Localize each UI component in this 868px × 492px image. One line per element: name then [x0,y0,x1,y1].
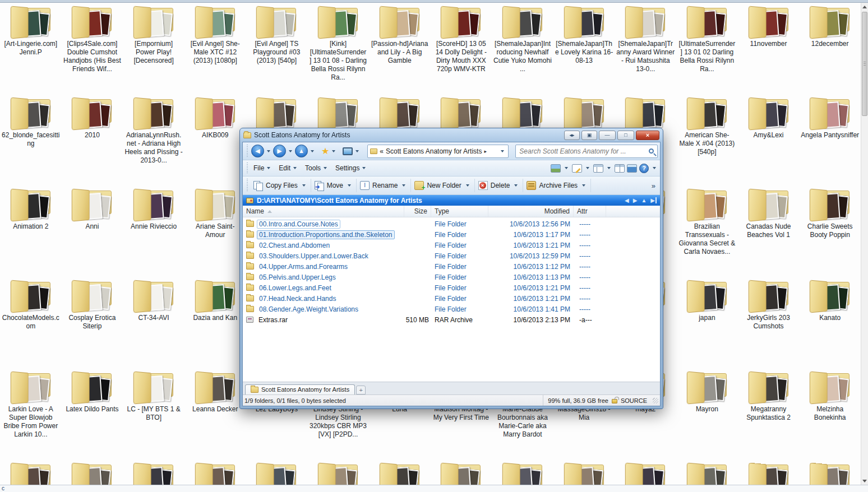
desktop-folder[interactable]: Ariane Saint-Amour [184,186,246,277]
file-name[interactable]: 04.Upper.Arms.and.Forearms [257,262,350,271]
close-button[interactable]: × [636,131,659,140]
column-header-modified[interactable]: Modified [488,206,574,217]
desktop-folder[interactable]: Annie Rivieccio [123,186,184,277]
scroll-down-icon[interactable] [861,477,868,485]
up-button[interactable]: ▲ [295,145,308,157]
folder-icon[interactable] [747,189,791,221]
folder-icon[interactable] [747,98,791,130]
desktop-folder[interactable]: JerkyGirls 203 Cumshots [738,277,800,369]
computer-dropdown-icon[interactable] [355,150,359,152]
folder-icon[interactable] [685,463,729,485]
folder-icon[interactable] [747,372,791,404]
desktop-folder[interactable]: Mayron [676,369,738,460]
folder-icon[interactable] [255,98,298,130]
desktop-folder[interactable]: Anni [62,186,123,277]
desktop-folder[interactable]: CT-34-AVI [123,277,184,369]
folder-icon[interactable] [685,372,729,404]
file-name[interactable]: 01.Introduction.Proportions.and.the.Skel… [257,230,395,239]
layout-pane-icon[interactable] [593,164,603,173]
desktop-folder[interactable]: [ScoreHD] 13 05 14 Dolly Delight - Dirty… [431,3,492,95]
search-icon[interactable] [649,148,654,154]
desktop-folder[interactable]: ChocolateModels.com [0,277,62,369]
file-name[interactable]: 02.Chest.and.Abdomen [257,241,332,250]
folder-icon[interactable] [747,463,791,485]
column-header-type[interactable]: Type [431,206,488,217]
folder-icon[interactable] [501,6,544,39]
preview-pane-icon[interactable] [627,164,637,173]
folder-icon[interactable] [193,372,237,404]
breadcrumb[interactable]: « Scott Eatons Anatomy for Artists ▸ [367,145,509,158]
file-name[interactable]: Extras.rar [256,315,290,324]
favorites-dropdown-icon[interactable] [332,150,335,152]
back-dropdown-icon[interactable] [267,150,270,152]
file-name[interactable]: 06.Lower.Legs.and.Feet [257,284,334,293]
toolbar-dropdown-icon[interactable] [466,184,469,187]
thumbnail-view-icon[interactable] [551,164,561,173]
desktop-folder[interactable] [369,460,431,485]
toolbar-dropdown-icon[interactable] [582,184,585,187]
desktop-folder[interactable]: Brazilian Transsexuals - Giovanna Secret… [676,186,738,277]
folder-icon[interactable] [132,189,176,221]
computer-icon[interactable] [343,147,353,155]
folder-icon[interactable] [70,463,114,485]
desktop-folder[interactable]: Canadas Nude Beaches Vol 1 [738,186,800,277]
help-dropdown-icon[interactable] [653,167,656,169]
folder-icon[interactable] [378,6,422,39]
toolbar-dropdown-icon[interactable] [402,184,405,187]
folder-icon[interactable] [562,463,606,485]
folder-icon[interactable] [624,6,667,39]
desktop-folder[interactable] [553,460,615,485]
file-name[interactable]: 00.Intro.and.Course.Notes [257,220,340,229]
desktop-folder[interactable] [307,460,369,485]
folder-icon[interactable] [316,463,360,485]
desktop-folder[interactable] [738,460,800,485]
folder-icon[interactable] [808,98,852,130]
folder-icon[interactable] [378,98,422,130]
folder-icon[interactable] [685,6,729,39]
desktop-folder[interactable]: [Empornium] Power Play! [Decensored] [123,3,184,95]
toolbar-dropdown-icon[interactable] [348,184,351,187]
folder-icon[interactable] [747,6,791,39]
dual-pane-icon[interactable] [615,164,625,173]
search-input[interactable] [519,147,649,155]
desktop-scrollbar[interactable] [861,3,868,485]
folder-icon[interactable] [9,280,53,313]
folder-icon[interactable] [316,6,360,39]
folder-icon[interactable] [193,280,237,313]
folder-icon[interactable] [132,98,176,130]
toolbar-dropdown-icon[interactable] [514,184,518,187]
file-row[interactable]: 08.Gender.Age.Weight.Variations File Fol… [243,304,660,314]
desktop-folder[interactable]: [ShemaleJapan]Tranny Award Winner - Rui … [615,3,676,95]
folder-icon[interactable] [439,98,483,130]
desktop-folder[interactable]: Latex Dildo Pants [62,369,123,460]
folder-icon[interactable] [9,98,53,130]
desktop-folder[interactable] [62,460,123,485]
maximize-button[interactable]: □ [617,131,634,140]
scrollbar-thumb[interactable] [862,12,867,116]
folder-icon[interactable] [255,6,298,39]
move-button[interactable]: ➜ Move [311,179,357,192]
desktop-folder[interactable] [0,460,62,485]
desktop-folder[interactable]: japan [676,277,738,369]
desktop-folder[interactable]: LC - [MY BTS 1 & BTO] [123,369,184,460]
layout-pane-dropdown-icon[interactable] [607,167,611,169]
desktop-folder[interactable]: Megatranny Spunktastica 2 [738,369,800,460]
folder-icon[interactable] [439,463,483,485]
desktop-folder[interactable]: 2010 [62,95,123,186]
desktop-folder[interactable]: [Evil Angel] She-Male XTC #12 (2013) [10… [184,3,246,95]
folder-icon[interactable] [808,463,852,485]
unlocked-padlock-icon[interactable] [612,399,617,403]
file-row[interactable]: Extras.rar 510 MB RAR Archive 10/6/2013 … [243,314,660,325]
column-header-attr[interactable]: Attr [574,206,606,217]
folder-icon[interactable] [132,463,176,485]
desktop-folder[interactable]: Cosplay Erotica Siterip [62,277,123,369]
scroll-up-icon[interactable] [861,3,868,11]
file-row[interactable]: 03.Shoulders.Upper.and.Lower.Back File F… [243,250,660,261]
folder-icon[interactable] [808,280,852,313]
folder-icon[interactable] [193,6,237,39]
desktop-folder[interactable]: American She-Male X #04 (2013) [540p] [676,95,738,186]
resize-grip-icon[interactable] [653,398,658,403]
desktop-folder[interactable] [431,460,492,485]
toolbar-overflow-chevron[interactable]: » [652,182,658,190]
up-dropdown-icon[interactable] [311,150,314,152]
